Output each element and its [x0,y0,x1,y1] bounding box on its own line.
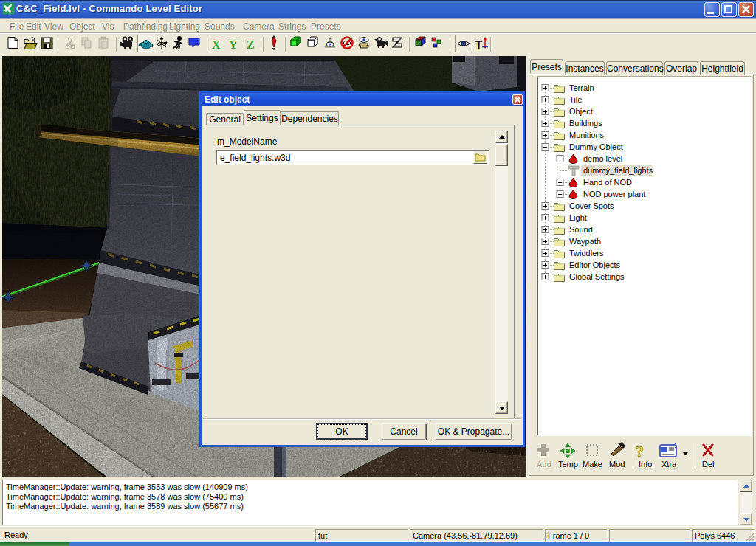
svg-text:Cover Spots: Cover Spots [569,201,614,210]
svg-text:dummy_field_lights: dummy_field_lights [583,166,653,175]
svg-text:Temp: Temp [558,460,578,469]
svg-text:?: ? [636,442,644,460]
svg-text:Tile: Tile [569,95,582,104]
svg-text:Light: Light [569,213,587,222]
svg-text:Dummy Object: Dummy Object [569,142,623,151]
svg-text:Mod: Mod [609,460,625,469]
svg-text:Twiddlers: Twiddlers [569,249,604,258]
svg-text:Object: Object [569,107,593,116]
svg-text:Terrain: Terrain [569,83,594,92]
svg-text:Add: Add [537,460,551,469]
svg-text:Buildings: Buildings [569,119,602,128]
svg-text:Z: Z [247,38,255,51]
svg-text:Waypath: Waypath [569,237,601,246]
svg-text:Del: Del [702,460,715,469]
svg-text:Editor Objects: Editor Objects [569,260,621,269]
svg-text:Info: Info [639,460,652,469]
svg-text:T: T [475,38,483,52]
svg-text:Hand of NOD: Hand of NOD [583,178,632,187]
svg-text:Sound: Sound [569,225,593,234]
svg-text:Munitions: Munitions [569,131,605,139]
svg-text:Make: Make [583,460,602,469]
svg-text:Xtra: Xtra [662,460,677,469]
svg-text:Global Settings: Global Settings [569,272,625,281]
svg-text:demo level: demo level [583,154,622,163]
svg-text:X: X [212,38,221,51]
svg-text:Y: Y [229,38,238,51]
svg-text:NOD power plant: NOD power plant [583,190,645,198]
